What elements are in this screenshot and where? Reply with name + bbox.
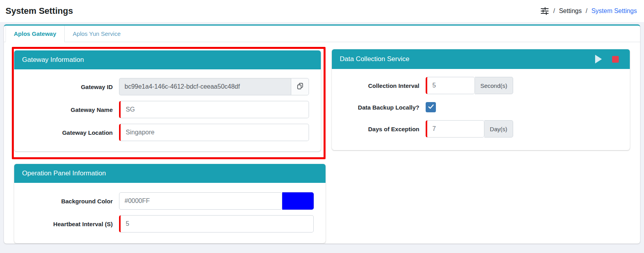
tab-aplos-yun-service[interactable]: Aplos Yun Service <box>65 26 129 42</box>
collection-interval-row: Collection Interval Second(s) <box>342 77 618 94</box>
gateway-id-input-group <box>119 78 309 95</box>
collection-interval-unit: Second(s) <box>475 77 513 94</box>
heartbeat-interval-input[interactable] <box>119 215 314 233</box>
checkmark-icon <box>428 103 434 112</box>
breadcrumb-item-system-settings[interactable]: System Settings <box>591 7 637 15</box>
stop-icon[interactable] <box>612 56 619 63</box>
gateway-information-card-title: Gateway Information <box>22 56 84 64</box>
gateway-id-label: Gateway ID <box>24 84 119 90</box>
gateway-information-card: Gateway Information Gateway ID <box>14 50 321 151</box>
background-color-row: Background Color <box>24 192 314 210</box>
collection-interval-label: Collection Interval <box>342 82 426 89</box>
gateway-location-input[interactable] <box>119 124 309 141</box>
breadcrumb: / Settings / System Settings <box>540 6 637 16</box>
breadcrumb-item-settings[interactable]: Settings <box>559 7 582 15</box>
sliders-icon <box>540 6 549 16</box>
data-collection-card-title: Data Collection Service <box>340 55 409 63</box>
tab-bar: Aplos Gateway Aplos Yun Service <box>4 26 640 42</box>
days-of-exception-input[interactable] <box>426 120 484 138</box>
gateway-information-card-body: Gateway ID <box>14 69 321 151</box>
gateway-name-input-group <box>119 101 309 118</box>
collection-interval-input-group: Second(s) <box>426 77 513 94</box>
data-backup-row: Data Backup Locally? <box>342 102 618 112</box>
operation-panel-card: Operation Panel Information Background C… <box>14 164 326 243</box>
operation-panel-card-body: Background Color Heartbeat Interval (S) <box>14 183 326 243</box>
heartbeat-interval-label: Heartbeat Interval (S) <box>24 221 119 227</box>
data-collection-card-header: Data Collection Service <box>332 49 630 69</box>
right-column: Data Collection Service Collection Inter… <box>332 49 630 150</box>
background-color-label: Background Color <box>24 198 119 205</box>
breadcrumb-separator: / <box>586 7 587 15</box>
tab-aplos-gateway[interactable]: Aplos Gateway <box>6 26 65 42</box>
service-controls <box>595 55 622 63</box>
background-color-input-group <box>119 192 314 210</box>
top-header-bar: System Settings / Settings / System Sett… <box>0 0 644 22</box>
data-backup-checkbox[interactable] <box>426 102 436 112</box>
copy-icon <box>296 82 304 91</box>
gateway-id-row: Gateway ID <box>24 78 309 95</box>
gateway-name-row: Gateway Name <box>24 101 309 118</box>
color-swatch[interactable] <box>282 192 314 210</box>
play-icon[interactable] <box>595 55 602 63</box>
gateway-location-row: Gateway Location <box>24 124 309 141</box>
copy-button[interactable] <box>291 78 309 95</box>
data-collection-card-body: Collection Interval Second(s) Data Backu… <box>332 69 630 150</box>
red-highlight-annotation: Gateway Information Gateway ID <box>12 47 326 159</box>
days-of-exception-unit: Day(s) <box>484 120 513 138</box>
days-of-exception-input-group: Day(s) <box>426 120 513 138</box>
left-column: Gateway Information Gateway ID <box>14 49 326 243</box>
tab-content: Gateway Information Gateway ID <box>4 42 640 243</box>
page-title: System Settings <box>6 6 73 16</box>
heartbeat-interval-input-group <box>119 215 314 233</box>
gateway-location-input-group <box>119 124 309 141</box>
heartbeat-interval-row: Heartbeat Interval (S) <box>24 215 314 233</box>
gateway-location-label: Gateway Location <box>24 129 119 136</box>
operation-panel-card-title: Operation Panel Information <box>22 169 106 177</box>
days-of-exception-row: Days of Exception Day(s) <box>342 120 618 138</box>
gateway-information-card-header: Gateway Information <box>14 50 321 69</box>
gateway-id-input[interactable] <box>119 78 291 95</box>
breadcrumb-separator: / <box>553 7 555 15</box>
settings-panel: Aplos Gateway Aplos Yun Service Gateway … <box>4 24 640 244</box>
days-of-exception-label: Days of Exception <box>342 126 426 132</box>
gateway-name-label: Gateway Name <box>24 106 119 113</box>
background-color-input[interactable] <box>119 192 282 210</box>
operation-panel-card-header: Operation Panel Information <box>14 164 326 183</box>
collection-interval-input[interactable] <box>426 77 475 94</box>
gateway-name-input[interactable] <box>119 101 309 118</box>
data-collection-card: Data Collection Service Collection Inter… <box>332 49 630 150</box>
data-backup-label: Data Backup Locally? <box>342 104 426 111</box>
